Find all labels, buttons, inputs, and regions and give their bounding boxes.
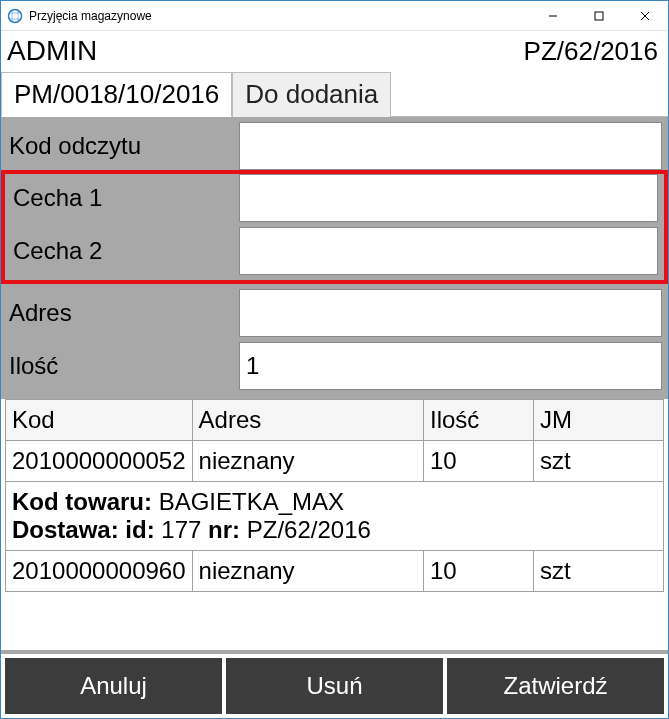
svg-rect-2 [595,12,603,20]
document-number: PZ/62/2016 [524,36,658,67]
table-row[interactable]: 2010000000052 nieznany 10 szt [6,441,664,482]
items-table: Kod Adres Ilość JM 2010000000052 nieznan… [5,399,664,592]
label-cecha2: Cecha 2 [5,227,239,275]
table-area: Kod Adres Ilość JM 2010000000052 nieznan… [1,395,668,650]
meta-id-value: 177 [161,516,201,543]
meta-nr-label: nr: [208,516,240,543]
cell-kod: 2010000000052 [6,441,193,482]
table-header-row: Kod Adres Ilość JM [6,400,664,441]
meta-dostawa-label: Dostawa: [12,516,119,543]
cancel-button[interactable]: Anuluj [5,658,222,714]
confirm-button[interactable]: Zatwierdź [447,658,664,714]
col-jm[interactable]: JM [534,400,664,441]
minimize-button[interactable] [530,1,576,31]
row-adres: Adres [1,284,668,337]
app-window: Przyjęcia magazynowe ADMIN PZ/62/2016 PM… [0,0,669,719]
titlebar: Przyjęcia magazynowe [1,1,668,31]
label-ilosc: Ilość [1,342,239,390]
cell-kod: 2010000000960 [6,551,193,592]
form-area: Kod odczytu Cecha 1 Cecha 2 Adres Ilość [1,117,668,395]
app-icon [7,8,23,24]
button-bar: Anuluj Usuń Zatwierdź [1,650,668,718]
meta-kod-towaru-value: BAGIETKA_MAX [159,488,344,515]
meta-cell: Kod towaru: BAGIETKA_MAX Dostawa: id: 17… [6,482,664,551]
tab-pm[interactable]: PM/0018/10/2016 [1,72,232,117]
svg-point-0 [9,9,22,22]
input-ilosc[interactable] [239,342,662,390]
tab-bar: PM/0018/10/2016 Do dodania [1,71,668,117]
cell-ilosc: 10 [424,551,534,592]
table-row[interactable]: 2010000000960 nieznany 10 szt [6,551,664,592]
row-ilosc: Ilość [1,337,668,395]
meta-nr-value: PZ/62/2016 [247,516,371,543]
cell-ilosc: 10 [424,441,534,482]
input-kod-odczytu[interactable] [239,122,662,170]
tab-do-dodania[interactable]: Do dodania [232,72,391,117]
cell-jm: szt [534,551,664,592]
row-kod-odczytu: Kod odczytu [1,117,668,170]
input-cecha1[interactable] [239,174,658,222]
col-ilosc[interactable]: Ilość [424,400,534,441]
highlighted-group: Cecha 1 Cecha 2 [1,170,668,284]
window-title: Przyjęcia magazynowe [29,9,530,23]
cell-adres: nieznany [192,441,423,482]
header: ADMIN PZ/62/2016 [1,31,668,71]
cell-adres: nieznany [192,551,423,592]
delete-button[interactable]: Usuń [226,658,443,714]
cell-jm: szt [534,441,664,482]
col-kod[interactable]: Kod [6,400,193,441]
user-label: ADMIN [7,35,524,67]
input-adres[interactable] [239,289,662,337]
close-button[interactable] [622,1,668,31]
row-cecha2: Cecha 2 [5,222,664,280]
col-adres[interactable]: Adres [192,400,423,441]
label-adres: Adres [1,289,239,337]
maximize-button[interactable] [576,1,622,31]
label-kod-odczytu: Kod odczytu [1,122,239,170]
meta-id-label: id: [125,516,154,543]
input-cecha2[interactable] [239,227,658,275]
label-cecha1: Cecha 1 [5,174,239,222]
row-cecha1: Cecha 1 [5,174,664,222]
table-meta-row: Kod towaru: BAGIETKA_MAX Dostawa: id: 17… [6,482,664,551]
meta-kod-towaru-label: Kod towaru: [12,488,152,515]
